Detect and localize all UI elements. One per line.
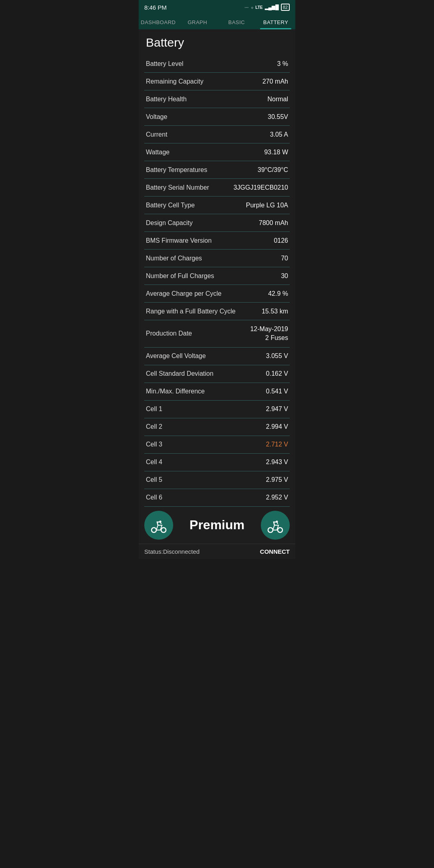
table-row: Battery Cell TypePurple LG 10A	[144, 197, 290, 214]
row-value: 2.943 V	[266, 459, 288, 466]
status-time: 8:46 PM	[144, 4, 167, 11]
tab-basic[interactable]: BASIC	[217, 14, 256, 29]
row-label: Battery Serial Number	[146, 184, 233, 191]
premium-banner: Premium	[139, 507, 295, 544]
row-label: Battery Level	[146, 60, 277, 68]
row-value: 3JGGJ19ECB0210	[233, 184, 288, 191]
table-row: Number of Charges70	[144, 250, 290, 267]
row-label: Wattage	[146, 149, 264, 156]
row-value: 2.712 V	[266, 441, 288, 448]
row-label: Number of Full Charges	[146, 272, 281, 280]
row-value: 0.162 V	[266, 370, 288, 377]
row-label: Voltage	[146, 113, 268, 121]
table-row: Average Cell Voltage3.055 V	[144, 348, 290, 365]
svg-point-3	[268, 528, 273, 532]
row-value: 2.994 V	[266, 423, 288, 430]
svg-point-4	[278, 528, 283, 532]
table-row: Cell 52.975 V	[144, 471, 290, 489]
row-label: Remaining Capacity	[146, 78, 262, 85]
row-label: Average Charge per Cycle	[146, 290, 268, 297]
row-label: Cell 6	[146, 494, 266, 501]
table-row: Battery Serial Number3JGGJ19ECB0210	[144, 179, 290, 197]
tab-graph[interactable]: GRAPH	[178, 14, 217, 29]
scooter-right-button[interactable]	[261, 511, 290, 540]
table-row: Cell 22.994 V	[144, 418, 290, 436]
row-label: Design Capacity	[146, 219, 259, 227]
row-value: 12-May-20192 Fuses	[250, 325, 288, 343]
row-value: Normal	[267, 96, 288, 103]
premium-label: Premium	[177, 518, 257, 532]
row-label: Battery Health	[146, 96, 267, 103]
row-value: 7800 mAh	[259, 219, 288, 227]
row-value: 2.975 V	[266, 476, 288, 483]
tab-dashboard[interactable]: DASHBOARD	[139, 14, 178, 29]
lte-icon: LTE	[256, 5, 263, 10]
table-row: Remaining Capacity270 mAh	[144, 73, 290, 90]
row-value: 30	[281, 272, 288, 280]
table-row: Range with a Full Battery Cycle15.53 km	[144, 303, 290, 320]
table-row: Cell 62.952 V	[144, 489, 290, 507]
table-row: Design Capacity7800 mAh	[144, 214, 290, 232]
table-row: BMS Firmware Version0126	[144, 232, 290, 250]
svg-point-0	[151, 528, 156, 532]
row-label: Production Date	[146, 330, 250, 337]
row-value: 3.055 V	[266, 352, 288, 360]
row-label: Battery Temperatures	[146, 166, 258, 174]
bottom-bar: Status:Disconnected CONNECT	[139, 544, 295, 559]
nav-tabs: DASHBOARD GRAPH BASIC BATTERY	[139, 14, 295, 29]
scooter-left-icon	[149, 516, 168, 535]
row-label: Cell 3	[146, 441, 266, 448]
row-value: 93.18 W	[264, 149, 288, 156]
row-value: 270 mAh	[262, 78, 288, 85]
row-label: BMS Firmware Version	[146, 237, 274, 244]
svg-point-2	[160, 520, 162, 522]
status-icons: ··· ⬦ LTE ▂▄▆█ 82	[245, 4, 290, 11]
battery-icon: 82	[281, 4, 290, 11]
row-value: 70	[281, 255, 288, 262]
status-bar: 8:46 PM ··· ⬦ LTE ▂▄▆█ 82	[139, 0, 295, 14]
connect-button[interactable]: CONNECT	[260, 548, 290, 555]
row-label: Min./Max. Difference	[146, 388, 266, 395]
row-value: 15.53 km	[262, 308, 288, 315]
row-label: Average Cell Voltage	[146, 352, 266, 360]
row-label: Cell 2	[146, 423, 266, 430]
row-value: 3.05 A	[270, 131, 288, 138]
table-row: Min./Max. Difference0.541 V	[144, 383, 290, 401]
bluetooth-icon: ⬦	[251, 4, 254, 10]
table-row: Production Date12-May-20192 Fuses	[144, 320, 290, 348]
scooter-right-icon	[266, 516, 285, 535]
table-row: Cell Standard Deviation0.162 V	[144, 365, 290, 383]
table-row: Wattage93.18 W	[144, 143, 290, 161]
table-row: Average Charge per Cycle42.9 %	[144, 285, 290, 303]
row-label: Battery Cell Type	[146, 202, 246, 209]
svg-point-1	[161, 528, 166, 532]
table-row: Battery HealthNormal	[144, 90, 290, 108]
row-value: 42.9 %	[268, 290, 288, 297]
row-value: 0.541 V	[266, 388, 288, 395]
table-row: Cell 42.943 V	[144, 454, 290, 471]
row-label: Range with a Full Battery Cycle	[146, 308, 262, 315]
row-value: 0126	[274, 237, 288, 244]
row-label: Cell Standard Deviation	[146, 370, 266, 377]
tab-battery[interactable]: BATTERY	[256, 14, 296, 29]
scooter-left-button[interactable]	[144, 511, 173, 540]
signal-dots-icon: ···	[245, 4, 249, 10]
connection-status: Status:Disconnected	[144, 548, 200, 555]
row-value: 30.55V	[268, 113, 288, 121]
row-label: Cell 1	[146, 405, 266, 413]
svg-point-5	[276, 520, 278, 522]
table-row: Cell 12.947 V	[144, 401, 290, 418]
table-row: Current3.05 A	[144, 126, 290, 143]
row-value: 2.947 V	[266, 405, 288, 413]
row-label: Cell 4	[146, 459, 266, 466]
main-content: Battery Battery Level3 %Remaining Capaci…	[139, 29, 295, 507]
table-row: Number of Full Charges30	[144, 267, 290, 285]
row-label: Current	[146, 131, 270, 138]
table-row: Cell 32.712 V	[144, 436, 290, 454]
table-row: Battery Level3 %	[144, 55, 290, 73]
rows-container: Battery Level3 %Remaining Capacity270 mA…	[144, 55, 290, 507]
page-title: Battery	[144, 36, 290, 49]
table-row: Voltage30.55V	[144, 108, 290, 126]
row-label: Number of Charges	[146, 255, 281, 262]
row-value: 3 %	[277, 60, 288, 68]
